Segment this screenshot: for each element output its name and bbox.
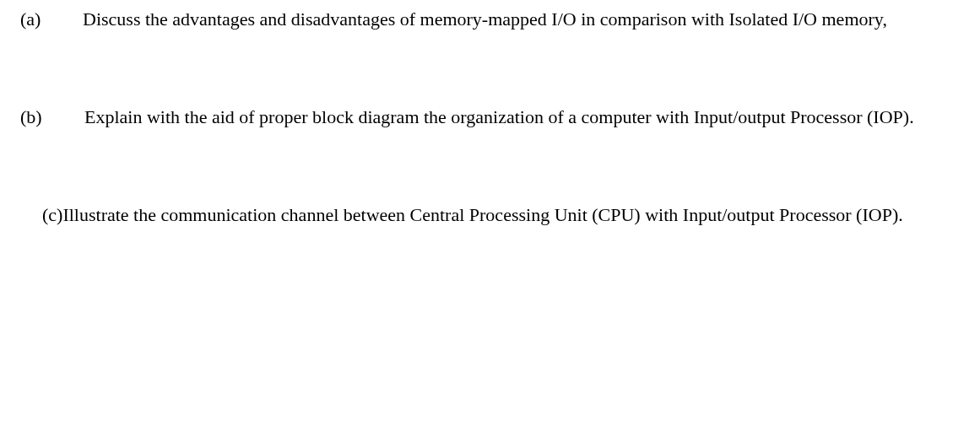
question-b: (b) Explain with the aid of proper block… — [17, 105, 963, 131]
question-c: (c) Illustrate the communication channel… — [17, 202, 963, 229]
question-a-label: (a) — [17, 7, 76, 33]
question-c-text: Illustrate the communication channel bet… — [62, 202, 963, 229]
question-b-text: Explain with the aid of proper block dia… — [69, 105, 963, 131]
question-b-label: (b) — [17, 105, 69, 131]
question-a: (a) Discuss the advantages and disadvant… — [17, 7, 963, 33]
question-a-text: Discuss the advantages and disadvantages… — [76, 7, 963, 33]
question-c-label: (c) — [17, 202, 62, 229]
